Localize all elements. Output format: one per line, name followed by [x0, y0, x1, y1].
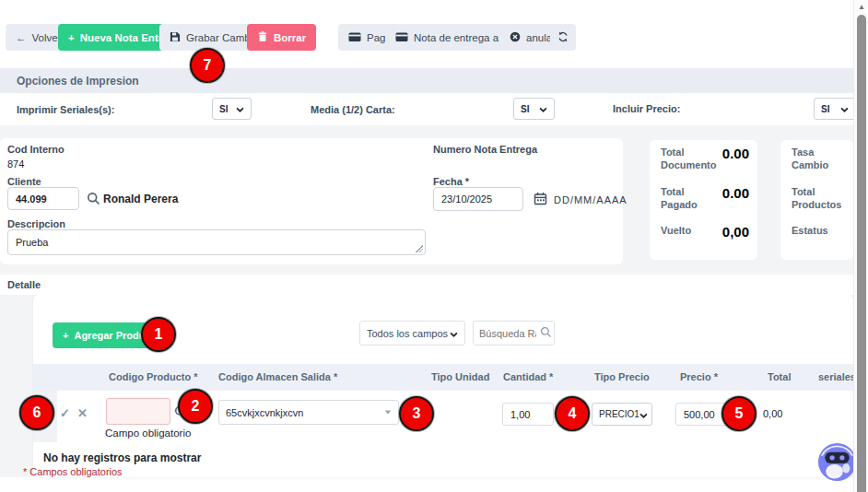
- fecha-input[interactable]: [433, 187, 523, 211]
- media-carta-select[interactable]: SI: [513, 98, 555, 120]
- estatus-label: Estatus: [792, 224, 847, 237]
- total-pagado-label: Total Pagado: [661, 185, 709, 212]
- cancel-circle-icon: [510, 31, 521, 44]
- vuelto-label: Vuelto: [661, 224, 709, 240]
- refresh-button[interactable]: [550, 24, 576, 51]
- almacen-salida-value: 65cvkjxcvnkjxcvn: [226, 407, 303, 418]
- total-productos-label: Total Productos: [792, 185, 847, 212]
- annotation-2: 2: [178, 389, 213, 424]
- descripcion-label: Descripcion: [7, 218, 65, 229]
- col-precio[interactable]: Precio *: [680, 371, 718, 382]
- annotation-4: 4: [555, 396, 590, 431]
- descripcion-textarea[interactable]: Prueba: [7, 229, 426, 255]
- vuelto-row: Vuelto 0,00: [661, 224, 749, 240]
- incluir-precio-label: Incluir Precio:: [613, 103, 680, 114]
- total-pagado-value: 0.00: [722, 185, 749, 212]
- tasa-cambio-label: Tasa Cambio: [792, 146, 847, 172]
- cliente-name: Ronald Perera: [103, 193, 178, 205]
- col-codigo-almacen[interactable]: Codigo Almacen Salida *: [218, 371, 337, 382]
- vuelto-value: 0,00: [722, 224, 749, 240]
- borrar-label: Borrar: [274, 32, 306, 43]
- quick-search-input[interactable]: [479, 328, 536, 339]
- annotation-2-number: 2: [192, 398, 200, 415]
- col-seriales[interactable]: seriales: [818, 371, 856, 382]
- cod-interno-value: 874: [7, 158, 24, 170]
- cliente-code-input[interactable]: [7, 187, 79, 210]
- col-cantidad[interactable]: Cantidad *: [503, 371, 553, 382]
- volver-label: Volver: [32, 32, 62, 43]
- tipo-precio-select[interactable]: PRECIO1: [592, 403, 652, 426]
- chevron-down-icon: [539, 103, 547, 114]
- detalle-section-label: Detalle: [7, 279, 41, 290]
- col-tipo-unidad[interactable]: Tipo Unidad: [431, 371, 489, 382]
- total-pagado-row: Total Pagado 0.00: [661, 185, 749, 212]
- annotation-1-number: 1: [155, 326, 163, 343]
- scrollbar-thumb[interactable]: [857, 15, 866, 492]
- annotation-6-number: 6: [33, 404, 41, 421]
- incluir-precio-value: SI: [821, 104, 829, 114]
- required-fields-note: * Campos obligatorios: [23, 466, 123, 477]
- media-carta-value: SI: [521, 104, 529, 114]
- section-divider: [0, 125, 853, 138]
- incluir-precio-select[interactable]: SI: [814, 98, 856, 120]
- refresh-icon: [557, 31, 569, 44]
- robot-icon: [816, 441, 858, 483]
- annotation-3-number: 3: [413, 405, 421, 422]
- resize-handle[interactable]: [416, 245, 423, 252]
- plus-icon: +: [63, 330, 68, 341]
- col-codigo-producto[interactable]: Codigo Producto *: [109, 371, 198, 382]
- print-options-title: Opciones de Impresion: [17, 75, 139, 88]
- cliente-search-icon[interactable]: [87, 192, 100, 209]
- annotation-7: 7: [190, 48, 225, 83]
- annotation-6: 6: [19, 395, 54, 430]
- print-options-header: Opciones de Impresion: [0, 68, 853, 93]
- annotation-5-number: 5: [735, 405, 744, 422]
- chevron-down-icon: [236, 103, 244, 114]
- tipo-precio-value: PRECIO1: [599, 409, 639, 419]
- imprimir-seriales-value: SI: [219, 104, 228, 114]
- cancel-row-icon[interactable]: ✕: [77, 406, 88, 420]
- imprimir-seriales-select[interactable]: SI: [212, 98, 252, 120]
- annotation-1: 1: [141, 317, 176, 352]
- media-carta-label: Media (1/2) Carta:: [311, 104, 395, 115]
- total-documento-row: Total Documento 0.00: [661, 146, 749, 172]
- row-total-value: 0,00: [763, 408, 782, 419]
- calendar-icon[interactable]: [534, 192, 547, 209]
- chevron-down-icon: [840, 103, 849, 114]
- total-documento-label: Total Documento: [661, 146, 709, 172]
- scrollbar-up-arrow[interactable]: ▲: [854, 2, 868, 13]
- fecha-label: Fecha *: [433, 176, 469, 187]
- annotation-5: 5: [721, 396, 757, 431]
- col-tipo-precio[interactable]: Tipo Precio: [594, 371, 650, 382]
- confirm-row-icon[interactable]: ✓: [60, 406, 70, 420]
- search-icon: [540, 325, 552, 342]
- chatbot-widget-button[interactable]: [816, 441, 858, 483]
- empty-grid-message: No hay registros para mostrar: [43, 451, 201, 464]
- card-icon: [348, 31, 361, 44]
- total-documento-value: 0.00: [722, 146, 749, 172]
- numero-nota-label: Numero Nota Entrega: [433, 144, 537, 155]
- quick-search-box[interactable]: [473, 321, 555, 346]
- annotation-4-number: 4: [569, 405, 577, 422]
- vertical-scrollbar[interactable]: ▲: [853, 0, 868, 492]
- campo-obligatorio-text: Campo obligatorio: [105, 428, 191, 439]
- fecha-format-hint: DD/MM/AAAA: [554, 194, 628, 205]
- card-icon: [395, 31, 408, 44]
- almacen-salida-select[interactable]: 65cvkjxcvnkjxcvn: [218, 400, 399, 425]
- chevron-down-icon: [450, 328, 458, 339]
- plus-icon: +: [68, 32, 75, 43]
- arrow-left-icon: ←: [16, 32, 27, 43]
- borrar-button[interactable]: Borrar: [247, 24, 316, 51]
- cantidad-input[interactable]: [502, 403, 554, 426]
- precio-input[interactable]: [675, 403, 728, 426]
- col-total[interactable]: Total: [768, 371, 791, 382]
- filter-field-select[interactable]: Todos los campos: [359, 321, 465, 346]
- filter-field-value: Todos los campos: [367, 328, 448, 339]
- codigo-producto-input[interactable]: [106, 398, 170, 425]
- cod-interno-label: Cod Interno: [7, 144, 65, 155]
- cliente-label: Cliente: [7, 176, 41, 187]
- annotation-7-number: 7: [204, 57, 212, 74]
- imprimir-seriales-label: Imprimir Seriales(s):: [17, 104, 114, 115]
- descripcion-value: Prueba: [16, 237, 48, 248]
- annotation-3: 3: [399, 396, 434, 431]
